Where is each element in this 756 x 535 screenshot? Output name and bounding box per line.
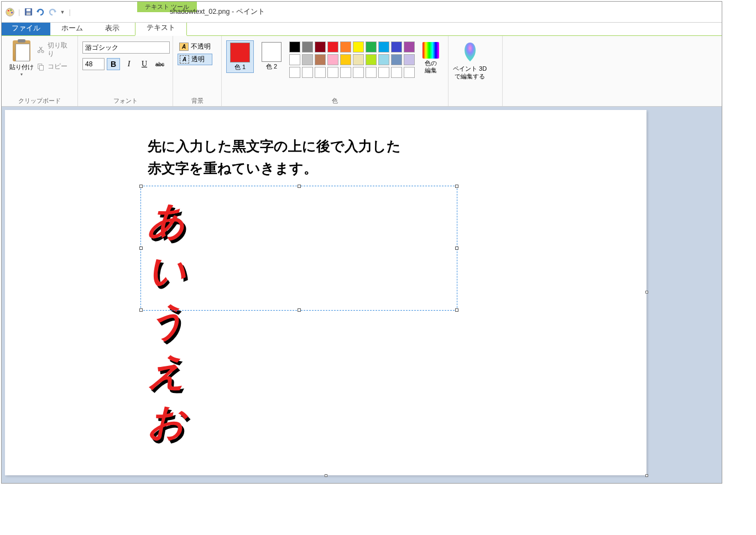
ribbon-tabs: ファイル ホーム 表示 テキスト xyxy=(2,23,722,36)
selection-handle[interactable] xyxy=(139,185,143,188)
svg-point-1 xyxy=(8,9,9,11)
svg-point-4 xyxy=(7,12,9,14)
palette-color[interactable] xyxy=(391,54,402,65)
selection-handle[interactable] xyxy=(455,308,458,312)
palette-color[interactable] xyxy=(353,67,364,78)
transparent-icon: A xyxy=(180,55,189,64)
transparent-option[interactable]: A 透明 xyxy=(178,54,212,65)
svg-point-2 xyxy=(10,9,12,11)
tab-home[interactable]: ホーム xyxy=(50,22,94,35)
palette-color[interactable] xyxy=(366,54,377,65)
palette-color[interactable] xyxy=(366,67,377,78)
font-name-select[interactable] xyxy=(82,41,170,54)
transparent-label: 透明 xyxy=(191,55,205,64)
palette-color[interactable] xyxy=(378,54,389,65)
group-label-font: フォント xyxy=(82,95,168,105)
selection-handle[interactable] xyxy=(298,308,301,312)
svg-rect-6 xyxy=(27,9,31,12)
palette-color[interactable] xyxy=(327,54,338,65)
palette-color[interactable] xyxy=(289,54,300,65)
svg-rect-11 xyxy=(40,65,44,70)
selection-handle[interactable] xyxy=(139,308,143,312)
canvas-resize-handle[interactable] xyxy=(645,291,648,293)
tab-file[interactable]: ファイル xyxy=(2,22,50,35)
quick-access-toolbar: | ▼ | xyxy=(2,7,72,17)
canvas-area[interactable]: 先に入力した黒文字の上に後で入力した 赤文字を重ねていきます。 あいうえお あい… xyxy=(2,107,722,483)
ribbon-group-font: B I U abc フォント xyxy=(78,36,173,106)
paint-app-icon xyxy=(5,7,15,17)
selection-handle[interactable] xyxy=(298,185,301,188)
tab-text[interactable]: テキスト xyxy=(135,20,187,36)
copy-button: コピー xyxy=(37,62,73,71)
color1-swatch xyxy=(230,43,250,62)
text-selection-box[interactable] xyxy=(140,186,457,311)
group-label-background: 背景 xyxy=(178,95,217,105)
palette-color[interactable] xyxy=(315,67,326,78)
palette-color[interactable] xyxy=(340,54,351,65)
palette-color[interactable] xyxy=(315,41,326,53)
palette-color[interactable] xyxy=(404,67,415,78)
opaque-option[interactable]: A 不透明 xyxy=(178,41,212,52)
undo-icon[interactable] xyxy=(35,7,45,17)
canvas[interactable]: 先に入力した黒文字の上に後で入力した 赤文字を重ねていきます。 あいうえお あい… xyxy=(5,110,646,475)
tab-view[interactable]: 表示 xyxy=(94,22,131,35)
svg-point-9 xyxy=(41,50,44,53)
palette-color[interactable] xyxy=(404,54,415,65)
underline-button[interactable]: U xyxy=(138,58,151,70)
palette-color[interactable] xyxy=(404,41,415,53)
paste-button[interactable]: 貼り付け ▾ xyxy=(6,38,37,77)
palette-color[interactable] xyxy=(340,41,351,53)
color2-button[interactable]: 色 2 xyxy=(258,40,285,72)
svg-point-3 xyxy=(11,12,13,13)
scissors-icon xyxy=(37,46,45,54)
ribbon-group-clipboard: 貼り付け ▾ 切り取り コピー クリップボード xyxy=(2,36,78,106)
selection-handle[interactable] xyxy=(455,185,458,188)
qat-separator: | xyxy=(18,8,20,16)
group-label-paint3d xyxy=(453,103,498,105)
palette-color[interactable] xyxy=(378,67,389,78)
redo-icon[interactable] xyxy=(48,7,58,17)
strikethrough-button[interactable]: abc xyxy=(153,58,166,70)
palette-color[interactable] xyxy=(302,54,313,65)
copy-icon xyxy=(37,63,45,71)
chevron-down-icon: ▾ xyxy=(20,72,23,77)
save-icon[interactable] xyxy=(23,7,33,17)
ribbon-group-paint3d: ペイント 3Dで編集する xyxy=(449,36,503,106)
palette-color[interactable] xyxy=(315,54,326,65)
palette-color[interactable] xyxy=(353,54,364,65)
paint3d-label: ペイント 3Dで編集する xyxy=(453,65,487,81)
font-size-select[interactable] xyxy=(82,58,105,70)
selection-handle[interactable] xyxy=(455,246,458,250)
palette-color[interactable] xyxy=(302,41,313,53)
edit-colors-button[interactable]: 色の編集 xyxy=(419,40,442,76)
paste-label: 貼り付け xyxy=(9,63,34,71)
ribbon-group-color: 色 1 色 2 色の編集 色 xyxy=(222,36,449,106)
svg-point-0 xyxy=(6,8,14,15)
app-window: | ▼ | テキスト ツール shadowtext_02.png - ペイント … xyxy=(1,1,722,484)
palette-color[interactable] xyxy=(391,67,402,78)
paint3d-button[interactable]: ペイント 3Dで編集する xyxy=(453,38,487,81)
canvas-resize-handle[interactable] xyxy=(325,474,327,477)
palette-color[interactable] xyxy=(327,41,338,53)
palette-color[interactable] xyxy=(366,41,377,53)
bold-button[interactable]: B xyxy=(107,58,120,70)
group-label-clipboard: クリップボード xyxy=(6,95,73,105)
selection-handle[interactable] xyxy=(139,246,143,250)
palette-color[interactable] xyxy=(353,41,364,53)
qat-dropdown-icon[interactable]: ▼ xyxy=(60,9,65,15)
canvas-resize-handle[interactable] xyxy=(645,474,648,477)
palette-color[interactable] xyxy=(378,41,389,53)
palette-color[interactable] xyxy=(302,67,313,78)
copy-label: コピー xyxy=(48,62,67,71)
paint3d-icon xyxy=(461,41,479,62)
italic-button[interactable]: I xyxy=(122,58,135,70)
color2-label: 色 2 xyxy=(266,63,277,70)
palette-color[interactable] xyxy=(327,67,338,78)
palette-color[interactable] xyxy=(289,41,300,53)
palette-color[interactable] xyxy=(391,41,402,53)
palette-color[interactable] xyxy=(340,67,351,78)
palette-color[interactable] xyxy=(289,67,300,78)
color1-button[interactable]: 色 1 xyxy=(226,40,254,73)
color-palette xyxy=(289,40,415,78)
palette-row xyxy=(289,41,415,53)
